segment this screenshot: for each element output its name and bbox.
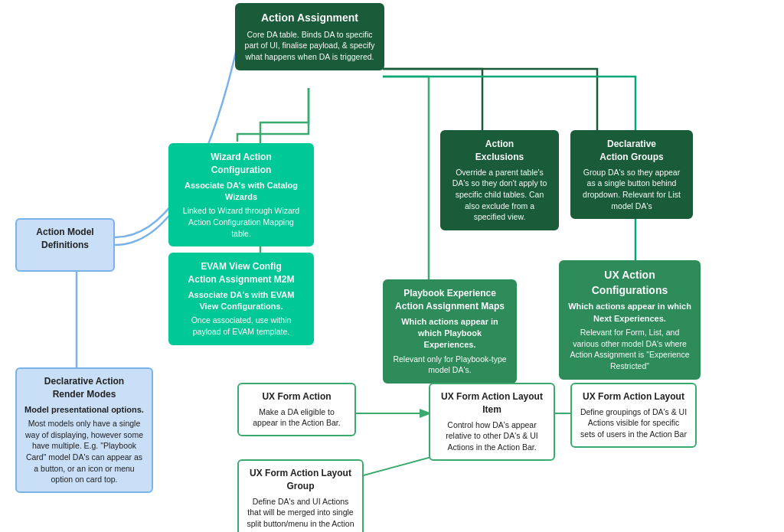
action-exclusions-title: Action Exclusions	[449, 138, 550, 164]
declarative-action-groups-node: Declarative Action Groups Group DA's so …	[570, 130, 693, 219]
ux-action-config-bold: Which actions appear in which Next Exper…	[568, 301, 691, 325]
ux-form-action-title: UX Form Action	[247, 390, 347, 403]
ux-form-action-layout-group-body: Define DA's and UI Actions that will be …	[247, 496, 354, 532]
evam-body: Once associated, use within payload of E…	[178, 315, 305, 337]
dag-title: Declarative Action Groups	[580, 138, 684, 164]
ux-action-config-body: Relevant for Form, List, and various oth…	[568, 327, 691, 372]
ux-form-action-layout-node: UX Form Action Layout Define groupings o…	[570, 383, 697, 448]
action-model-title: Action Model Definitions	[24, 226, 106, 252]
evam-title: EVAM View Config Action Assignment M2M	[178, 260, 305, 286]
ux-form-action-body: Make a DA eligible to appear in the Acti…	[247, 406, 347, 429]
diagram-container: Action Assignment Core DA table. Binds D…	[0, 0, 784, 532]
wizard-action-config-node: Wizard Action Configuration Associate DA…	[168, 143, 314, 246]
evam-view-config-node: EVAM View Config Action Assignment M2M A…	[168, 253, 314, 345]
darm-body: Most models only have a single way of di…	[24, 418, 144, 485]
dag-body: Group DA's so they appear as a single bu…	[580, 167, 684, 212]
evam-bold: Associate DA's with EVAM View Configurat…	[178, 289, 305, 313]
declarative-action-render-modes-node: Declarative Action Render Modes Model pr…	[15, 367, 153, 493]
wizard-action-config-body: Linked to Wizard through Wizard Action C…	[178, 205, 305, 239]
playbook-title: Playbook Experience Action Assignment Ma…	[392, 287, 508, 313]
playbook-experience-node: Playbook Experience Action Assignment Ma…	[383, 279, 517, 383]
ux-form-action-layout-body: Define groupings of DA's & UI Actions vi…	[580, 406, 688, 440]
wizard-action-config-title: Wizard Action Configuration	[178, 151, 305, 177]
playbook-body: Relevant only for Playbook-type model DA…	[392, 354, 508, 376]
ux-form-action-layout-item-body: Control how DA's appear relative to othe…	[438, 419, 546, 453]
ux-form-action-layout-group-title: UX Form Action Layout Group	[247, 467, 354, 493]
playbook-bold: Which actions appear in which Playbook E…	[392, 316, 508, 351]
ux-action-config-title: UX Action Configurations	[568, 268, 691, 298]
action-assignment-node: Action Assignment Core DA table. Binds D…	[235, 3, 384, 70]
action-exclusions-node: Action Exclusions Override a parent tabl…	[440, 130, 559, 230]
wizard-action-config-bold: Associate DA's with Catalog Wizards	[178, 180, 305, 204]
ux-form-action-layout-item-title: UX Form Action Layout Item	[438, 390, 546, 416]
ux-form-action-layout-item-node: UX Form Action Layout Item Control how D…	[429, 383, 555, 461]
action-assignment-title: Action Assignment	[244, 11, 375, 26]
ux-form-action-layout-group-node: UX Form Action Layout Group Define DA's …	[237, 459, 364, 532]
ux-action-configurations-node: UX Action Configurations Which actions a…	[559, 260, 701, 380]
darm-bold: Model presentational options.	[24, 404, 144, 416]
action-model-definitions-node: Action Model Definitions	[15, 218, 115, 272]
action-assignment-body: Core DA table. Binds DA to specific part…	[244, 29, 375, 63]
ux-form-action-node: UX Form Action Make a DA eligible to app…	[237, 383, 356, 436]
ux-form-action-layout-title: UX Form Action Layout	[580, 390, 688, 403]
action-exclusions-body: Override a parent table's DA's so they d…	[449, 167, 550, 223]
darm-title: Declarative Action Render Modes	[24, 375, 144, 401]
